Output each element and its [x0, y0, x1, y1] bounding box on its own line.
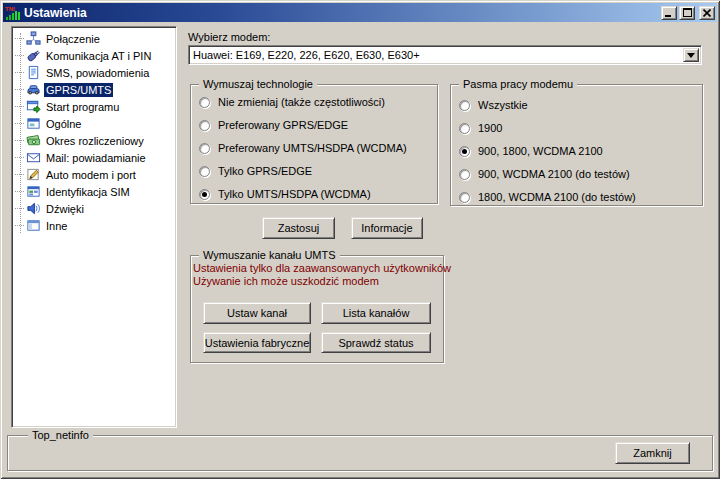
sidebar-item-inne[interactable]: Inne [12, 217, 176, 234]
window-controls [659, 6, 715, 20]
radio-900-1800-wcdma-2100[interactable]: 900, 1800, WCDMA 2100 [459, 145, 603, 157]
titlebar[interactable]: TNI Ustawienia [3, 3, 717, 22]
radio-900-wcdma-2100-test[interactable]: 900, WCDMA 2100 (do testów) [459, 168, 630, 180]
set-channel-button[interactable]: Ustaw kanał [203, 302, 311, 324]
minimize-button[interactable] [661, 6, 677, 20]
radio-circle[interactable] [459, 146, 470, 157]
info-button[interactable]: Informacje [351, 217, 423, 239]
radio-circle[interactable] [459, 100, 470, 111]
radio-circle[interactable] [199, 189, 210, 200]
radio-circle[interactable] [199, 97, 210, 108]
modem-car-icon [26, 82, 41, 97]
sidebar-item-dzwieki[interactable]: Dźwięki [12, 200, 176, 217]
sidebar-item-okres-rozliczeniowy[interactable]: Okres rozliczeniowy [12, 132, 176, 149]
edit-icon [26, 167, 41, 182]
radio-circle[interactable] [459, 123, 470, 134]
combobox-dropdown-button[interactable] [683, 48, 699, 62]
mail-icon [26, 150, 41, 165]
minimize-icon [665, 9, 673, 17]
close-icon [703, 9, 711, 17]
sidebar-item-komunikacja-at-i-pin[interactable]: Komunikacja AT i PIN [12, 47, 176, 64]
radio-1800-wcdma-2100-test[interactable]: 1800, WCDMA 2100 (do testów) [459, 191, 636, 203]
channel-list-button[interactable]: Lista kanałów [321, 302, 431, 324]
window-icon [26, 116, 41, 131]
maximize-button[interactable] [679, 6, 695, 20]
sidebar-item-sms-powiadomienia[interactable]: SMS, powiadomienia [12, 64, 176, 81]
close-dialog-button[interactable]: Zamknij [615, 442, 690, 464]
apply-button[interactable]: Zastosuj [262, 217, 335, 239]
radio-circle[interactable] [199, 120, 210, 131]
force-technology-group: Wymuszaj technologie Nie zmieniaj (także… [190, 84, 438, 204]
radio-wszystkie[interactable]: Wszystkie [459, 99, 528, 111]
document-icon [26, 65, 41, 80]
tree-root-line [20, 33, 21, 233]
chevron-down-icon [687, 53, 695, 58]
radio-tylko-umts-hsdpa[interactable]: Tylko UMTS/HSDPA (WCDMA) [199, 188, 371, 200]
sidebar-item-gprs-umts[interactable]: GPRS/UMTS [12, 81, 176, 98]
sidebar-item-start-programu[interactable]: Start programu [12, 98, 176, 115]
radio-circle[interactable] [199, 143, 210, 154]
plug-icon [26, 48, 41, 63]
radio-circle[interactable] [459, 192, 470, 203]
settings-category-list: Połączenie Komunikacja AT i PIN SMS, pow… [11, 26, 177, 428]
window-alt-icon [26, 218, 41, 233]
radio-nie-zmieniaj[interactable]: Nie zmieniaj (także częstotliwości) [199, 96, 385, 108]
sidebar-item-ogolne[interactable]: Ogólne [12, 115, 176, 132]
sidebar-item-identyfikacja-sim[interactable]: Identyfikacja SIM [12, 183, 176, 200]
force-technology-group-title: Wymuszaj technologie [199, 77, 317, 91]
radio-1900[interactable]: 1900 [459, 122, 502, 134]
network-icon [26, 31, 41, 46]
factory-settings-button[interactable]: Ustawienia fabryczne [203, 332, 311, 353]
radio-preferowany-umts-hsdpa[interactable]: Preferowany UMTS/HSDPA (WCDMA) [199, 142, 407, 154]
radio-preferowany-gprs-edge[interactable]: Preferowany GPRS/EDGE [199, 119, 348, 131]
netinfo-status-group-title: Top_netinfo [28, 428, 93, 442]
signal-bars-icon: TNI [5, 5, 21, 21]
sim-grid-icon [26, 184, 41, 199]
window-run-icon [26, 99, 41, 114]
sidebar-item-polaczenie[interactable]: Połączenie [12, 30, 176, 47]
modem-bands-group: Pasma pracy modemu Wszystkie 1900 900, 1… [450, 84, 703, 206]
maximize-icon [683, 8, 692, 17]
advanced-users-warning-line2: Używanie ich może uszkodzić modem [193, 275, 379, 287]
modem-select-combobox[interactable]: Huawei: E169, E220, 226, E620, E630, E63… [188, 45, 702, 65]
modem-select-label: Wybierz modem: [188, 31, 270, 43]
svg-text:TNI: TNI [5, 5, 15, 11]
speaker-icon [26, 201, 41, 216]
radio-tylko-gprs-edge[interactable]: Tylko GPRS/EDGE [199, 165, 312, 177]
umts-channel-group-title: Wymuszanie kanału UMTS [199, 248, 340, 262]
close-button[interactable] [699, 6, 715, 20]
netinfo-status-group: Top_netinfo [7, 435, 713, 471]
check-status-button[interactable]: Sprawdź status [321, 332, 431, 353]
radio-circle[interactable] [199, 166, 210, 177]
radio-circle[interactable] [459, 169, 470, 180]
money-icon [26, 133, 41, 148]
modem-select-value: Huawei: E169, E220, 226, E620, E630, E63… [193, 49, 679, 61]
sidebar-item-mail-powiadamianie[interactable]: Mail: powiadamianie [12, 149, 176, 166]
sidebar-item-auto-modem-i-port[interactable]: Auto modem i port [12, 166, 176, 183]
modem-bands-group-title: Pasma pracy modemu [459, 77, 577, 91]
advanced-users-warning-line1: Ustawienia tylko dla zaawansowanych użyt… [193, 262, 451, 274]
settings-window: TNI Ustawienia [0, 0, 720, 479]
window-title: Ustawienia [24, 6, 87, 20]
umts-channel-group: Wymuszanie kanału UMTS Ustawienia tylko … [190, 255, 444, 363]
